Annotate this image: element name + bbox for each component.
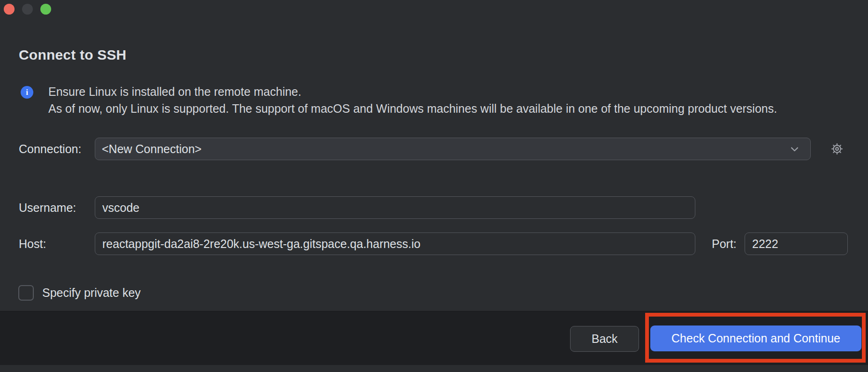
info-text-line1: Ensure Linux is installed on the remote … bbox=[48, 85, 301, 99]
specify-private-key-label[interactable]: Specify private key bbox=[42, 286, 141, 300]
page-title: Connect to SSH bbox=[19, 47, 126, 63]
username-label: Username: bbox=[19, 201, 76, 215]
check-connection-button[interactable]: Check Connection and Continue bbox=[650, 326, 861, 351]
specify-private-key-checkbox[interactable] bbox=[18, 285, 34, 301]
connect-to-ssh-dialog: Connect to SSH i Ensure Linux is install… bbox=[0, 0, 868, 372]
host-input[interactable] bbox=[95, 232, 695, 255]
port-input[interactable] bbox=[745, 232, 848, 255]
zoom-button[interactable] bbox=[40, 4, 51, 15]
close-button[interactable] bbox=[4, 4, 15, 15]
connection-dropdown-value: <New Connection> bbox=[102, 142, 789, 156]
minimize-button[interactable] bbox=[22, 4, 33, 15]
host-label: Host: bbox=[19, 237, 46, 251]
username-input[interactable] bbox=[95, 196, 695, 219]
info-icon: i bbox=[21, 86, 33, 99]
window-bottom-edge bbox=[0, 365, 868, 372]
chevron-down-icon bbox=[789, 144, 800, 155]
back-button[interactable]: Back bbox=[570, 326, 639, 352]
connection-dropdown[interactable]: <New Connection> bbox=[95, 138, 811, 160]
info-text-line2: As of now, only Linux is supported. The … bbox=[48, 102, 777, 116]
gear-icon[interactable] bbox=[830, 141, 845, 156]
connection-label: Connection: bbox=[19, 142, 81, 156]
port-label: Port: bbox=[712, 237, 737, 251]
